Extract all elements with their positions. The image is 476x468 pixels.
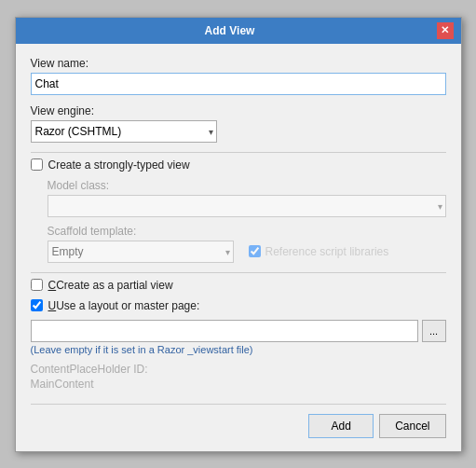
layout-path-input[interactable] xyxy=(31,320,418,342)
use-layout-checkbox[interactable] xyxy=(31,299,43,311)
view-engine-group: View engine: Razor (CSHTML) ASPX ▾ xyxy=(31,104,446,143)
hint-text: (Leave empty if it is set in a Razor _vi… xyxy=(31,344,446,355)
divider-2 xyxy=(31,272,446,273)
scaffold-template-select: Empty Create Delete Details Edit List xyxy=(48,241,234,263)
view-engine-select[interactable]: Razor (CSHTML) ASPX xyxy=(31,120,217,143)
button-row: Add Cancel xyxy=(31,404,446,438)
scaffold-select-wrapper: Empty Create Delete Details Edit List ▾ xyxy=(48,241,234,263)
view-name-input[interactable] xyxy=(31,73,446,95)
dialog-title: Add View xyxy=(23,24,437,37)
partial-view-checkbox[interactable] xyxy=(31,279,43,291)
model-class-select-wrapper: ▾ xyxy=(48,195,446,217)
view-name-label: View name: xyxy=(31,57,446,70)
dialog-body: View name: View engine: Razor (CSHTML) A… xyxy=(16,44,461,451)
reference-script-label: Reference script libraries xyxy=(265,245,389,258)
model-class-label: Model class: xyxy=(48,179,446,192)
chevron-down-icon: ▾ xyxy=(225,246,230,256)
divider-1 xyxy=(31,152,446,153)
model-class-group: Model class: ▾ Scaffold template: Empty … xyxy=(31,179,446,263)
partial-view-label: CCreate as a partial view xyxy=(48,279,173,292)
strongly-typed-checkbox[interactable] xyxy=(31,158,43,171)
model-class-select xyxy=(48,195,446,217)
scaffold-template-label: Scaffold template: xyxy=(48,225,446,238)
strongly-typed-row: Create a strongly-typed view xyxy=(31,158,446,172)
use-layout-row: UUse a layout or master page: xyxy=(31,299,446,312)
cancel-button[interactable]: Cancel xyxy=(379,414,445,438)
reference-script-checkbox xyxy=(249,245,261,257)
scaffold-template-group: Scaffold template: Empty Create Delete D… xyxy=(48,225,446,263)
close-button[interactable]: ✕ xyxy=(437,22,454,39)
view-name-group: View name: xyxy=(31,57,446,95)
use-layout-label: UUse a layout or master page: xyxy=(48,299,200,312)
view-engine-select-wrapper: Razor (CSHTML) ASPX ▾ xyxy=(31,120,217,143)
content-placeholder-value: MainContent xyxy=(31,378,446,391)
chevron-down-icon: ▾ xyxy=(438,200,442,211)
strongly-typed-label: Create a strongly-typed view xyxy=(48,158,190,172)
scaffold-row: Empty Create Delete Details Edit List ▾ … xyxy=(48,241,446,263)
partial-view-row: CCreate as a partial view xyxy=(31,279,446,292)
ref-script-row: Reference script libraries xyxy=(249,245,389,258)
layout-path-row: ... xyxy=(31,320,446,342)
content-placeholder-label: ContentPlaceHolder ID: xyxy=(31,363,446,376)
browse-button[interactable]: ... xyxy=(422,320,446,342)
add-button[interactable]: Add xyxy=(308,414,374,438)
title-bar: Add View ✕ xyxy=(16,18,461,44)
view-engine-label: View engine: xyxy=(31,104,446,117)
add-view-dialog: Add View ✕ View name: View engine: Razor… xyxy=(15,17,462,452)
